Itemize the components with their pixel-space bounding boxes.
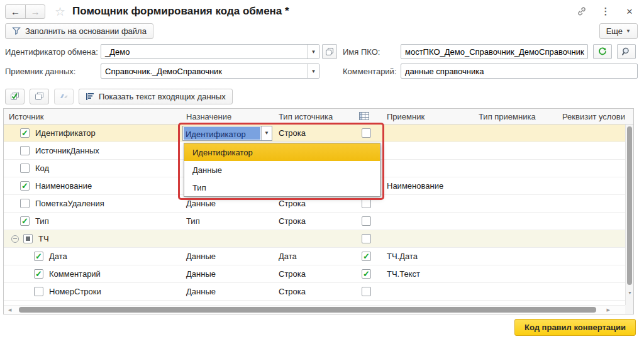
checkbox-unchecked[interactable] [34,287,43,296]
close-icon[interactable]: ✕ [624,6,635,17]
uncheck-all-icon [35,91,45,101]
table-toolbar: Показать текст входящих данных [5,88,233,104]
comment-field[interactable]: данные справочника [401,64,638,79]
horizontal-scrollbar[interactable]: ◀ ▶ [4,305,625,314]
row-source-type: Строка [279,269,306,279]
nav-buttons: ← → [5,4,45,19]
row-receiver: ТЧ.Дата [387,252,418,261]
checkbox-unchecked[interactable] [20,146,30,155]
row-receiver: ТЧ.Текст [387,269,420,279]
checkbox-checked[interactable]: ✓ [362,269,371,279]
vertical-scrollbar-thumb[interactable] [627,126,632,285]
show-incoming-text-button[interactable]: Показать текст входящих данных [79,89,233,104]
column-header-condition[interactable]: Реквизит условия [557,109,625,124]
column-header-tabular[interactable] [354,109,382,124]
row-source-name: Тип [35,216,49,226]
row-purpose: Данные [181,287,221,296]
scroll-right-icon[interactable]: ▶ [607,308,610,313]
table-row[interactable]: ТЧ [4,230,625,248]
comment-label: Комментарий: [343,67,397,76]
scroll-left-icon[interactable]: ◀ [8,308,11,313]
table-row[interactable]: ✓ТипТипСтрока [4,213,625,230]
row-purpose: Данные [181,269,221,279]
receiver-label: Приемник данных: [5,67,75,76]
dropdown-option[interactable]: Идентификатор [184,143,380,161]
checkbox-unchecked[interactable] [362,216,371,226]
checkbox-indeterminate[interactable] [23,234,33,243]
dropdown-arrow-icon[interactable]: ▼ [261,126,272,140]
dropdown-arrow-icon[interactable]: ▼ [308,64,319,78]
action-bar: Заполнить на основании файла Еще ▼ [5,23,638,39]
search-button[interactable] [617,44,636,59]
checkbox-checked[interactable]: ✓ [362,252,371,261]
checkbox-unchecked[interactable] [20,164,30,173]
row-source-name: ТЧ [38,234,49,243]
fill-from-file-button[interactable]: Заполнить на основании файла [5,23,153,39]
editor-selected-text: Идентификатор [184,127,260,140]
checkbox-unchecked[interactable] [362,287,371,296]
column-header-purpose[interactable]: Назначение [181,109,274,124]
exchange-id-field[interactable]: _Демо ▼ [101,44,319,59]
row-source-name: Комментарий [49,269,101,279]
purpose-dropdown: ИдентификаторДанныеТип [184,143,380,197]
pko-name-field[interactable]: мостПКО_Демо_Справочник_ДемоСправочник [401,44,588,59]
title-bar: ← → ☆ Помощник формирования кода обмена … [0,0,644,20]
conversion-code-button[interactable]: Код правил конвертации [514,319,636,336]
table-row[interactable]: ✓ИдентификаторИдентификатор▼Строка [4,125,625,142]
row-source-name: ПометкаУдаления [35,199,104,208]
checkbox-checked[interactable]: ✓ [34,252,43,261]
dropdown-arrow-icon[interactable]: ▼ [308,45,319,58]
checkbox-checked[interactable]: ✓ [34,269,43,279]
column-header-receiver[interactable]: Приемник [382,109,474,124]
checkbox-unchecked[interactable] [362,234,371,243]
invert-marks-icon [59,92,69,100]
open-button[interactable] [322,44,337,59]
dropdown-option[interactable]: Тип [184,179,380,196]
link-icon[interactable] [576,6,587,17]
table-row[interactable]: НомерСтрокиДанныеСтрока [4,283,625,301]
scroll-down-icon[interactable]: ▼ [626,291,634,295]
table-row[interactable]: ✓ДатаДанныеДата✓ТЧ.Дата [4,248,625,265]
row-source-type: Строка [279,128,306,138]
open-in-window-icon [326,48,333,55]
purpose-inline-editor[interactable]: Идентификатор▼ [182,126,272,141]
collapse-icon[interactable] [11,235,19,243]
horizontal-scrollbar-thumb[interactable] [19,307,596,313]
back-button[interactable]: ← [6,5,25,18]
favorite-star-icon[interactable]: ☆ [55,6,65,18]
row-source-name: Идентификатор [35,128,96,138]
funnel-icon [12,26,21,35]
checkbox-unchecked[interactable] [362,199,371,208]
refresh-button[interactable] [593,44,612,59]
invert-marks-button[interactable] [54,89,74,104]
checkbox-checked[interactable]: ✓ [20,128,30,138]
vertical-scrollbar[interactable]: ▼ [625,125,633,305]
pko-name-label: Имя ПКО: [343,47,380,57]
column-header-source-type[interactable]: Тип источника [274,109,354,124]
exchange-id-label: Идентификатор обмена: [5,47,98,57]
more-button[interactable]: Еще ▼ [599,23,638,39]
row-source-type: Строка [279,199,306,208]
table-row[interactable]: ✓КомментарийДанныеСтрока✓ТЧ.Текст [4,265,625,283]
table-row[interactable]: ПометкаУдаленияДанныеСтрока [4,195,625,213]
uncheck-all-button[interactable] [30,89,49,104]
dropdown-option[interactable]: Данные [184,161,380,179]
magnifier-icon [622,47,631,56]
check-all-button[interactable] [5,89,25,104]
row-receiver: Наименование [387,181,443,191]
row-purpose: Данные [181,199,221,208]
forward-button[interactable]: → [25,5,45,18]
checkbox-unchecked[interactable] [20,199,30,208]
refresh-icon [598,47,607,56]
receiver-field[interactable]: Справочник._ДемоСправочник ▼ [101,64,319,79]
column-header-receiver-type[interactable]: Тип приемника [474,109,557,124]
checkbox-checked[interactable]: ✓ [20,181,30,191]
row-source-type: Дата [279,252,297,261]
scrollbar-corner [625,305,633,314]
checkbox-unchecked[interactable] [362,128,371,138]
chevron-down-icon: ▼ [626,28,631,34]
column-header-source[interactable]: Источник [4,109,181,124]
checkbox-checked[interactable]: ✓ [20,216,30,226]
more-menu-icon[interactable]: ⋮ [600,6,611,17]
row-source-type: Строка [279,216,306,226]
